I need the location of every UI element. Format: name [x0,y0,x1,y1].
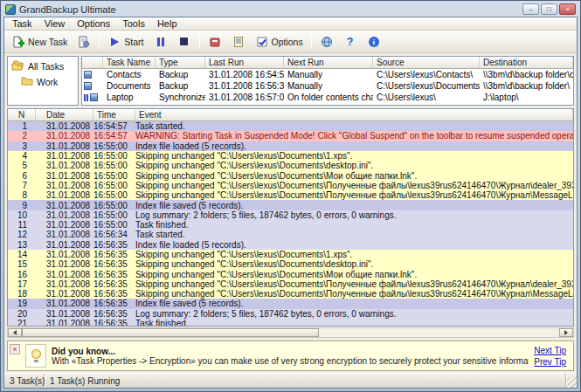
log-col-date[interactable]: Date [36,109,93,121]
log-cell-date: 31.01.2008 [36,240,93,250]
log-col-time[interactable]: Time [93,109,135,121]
task-col-destination[interactable]: Destination [480,57,573,69]
maximize-button[interactable]: □ [541,3,557,15]
pause-button[interactable] [149,32,172,52]
task-row[interactable]: ContactsBackup31.01.2008 16:54:58Manuall… [82,69,573,80]
log-row[interactable]: 331.01.200816:55:00Index file loaded (5 … [8,141,573,151]
log-row[interactable]: 1331.01.200816:56:35Index file loaded (5… [8,240,573,250]
log-row[interactable]: 631.01.200816:55:00Skipping unchanged "C… [8,170,573,180]
task-col-type[interactable]: Type [156,57,205,69]
sidebar-item-all-tasks[interactable]: All Tasks [8,58,78,74]
task-cell-next_run: On folder contents change [284,93,373,103]
app-icon[interactable] [5,4,16,15]
log-row[interactable]: 2031.01.200816:56:35Log summary: 2 folde… [8,309,573,319]
log-row[interactable]: 531.01.200816:55:00Skipping unchanged "C… [8,161,573,170]
log-cell-time: 16:55:00 [93,181,135,190]
task-col-last-run[interactable]: Last Run [205,57,284,69]
close-tip-button[interactable]: × [10,344,20,354]
task-col-name[interactable]: Task Name [103,57,156,69]
log-cell-date: 31.01.2008 [36,161,93,170]
reports-button[interactable] [204,32,226,52]
log-row[interactable]: 1231.01.200816:56:34Task started. [8,230,573,239]
minimize-button[interactable]: – [522,3,539,15]
view-log-button[interactable] [227,32,250,52]
close-button[interactable]: × [559,3,576,15]
horizontal-scrollbar[interactable] [7,327,574,338]
log-row[interactable]: 1731.01.200816:56:35Skipping unchanged "… [8,279,573,289]
top-panels: All Tasks Work Task Name Type Last Run N… [4,53,577,108]
log-cell-n: 19 [8,299,36,308]
log-row[interactable]: 2131.01.200816:56:35Task finished. [8,319,573,327]
task-col-next-run[interactable]: Next Run [284,57,373,69]
log-row[interactable]: 1031.01.200816:55:00Log summary: 2 folde… [8,210,573,220]
scrollbar-thumb[interactable] [22,328,319,337]
scroll-left-arrow[interactable] [8,328,22,337]
help-button[interactable]: ? [339,32,362,52]
log-cell-date: 31.01.2008 [36,131,93,141]
app-window: GrandBackup Ultimate – □ × Task View Opt… [0,0,581,392]
website-button[interactable] [315,32,338,52]
tip-bar: × Did you know... With «Task Properties … [7,340,574,371]
log-cell-time: 16:56:35 [93,299,135,308]
start-button[interactable]: Start [103,32,148,52]
task-cell-last_run: 31.01.2008 16:54:58 [205,70,284,80]
menu-bar: Task View Options Tools Help [4,17,577,31]
resize-grip[interactable] [566,377,577,388]
log-cell-n: 18 [8,289,36,299]
log-cell-event: Skipping unchanged "C:\Users\lexus\Docum… [135,161,573,170]
next-tip-link[interactable]: Next Tip [534,346,566,355]
task-col-source[interactable]: Source [373,57,480,69]
log-row[interactable]: 831.01.200816:55:00Skipping unchanged "C… [8,190,573,200]
new-task-button[interactable]: New Task [7,32,72,52]
log-cell-n: 21 [8,319,36,327]
window-buttons: – □ × [522,3,576,15]
log-row[interactable]: 1531.01.200816:56:35Skipping unchanged "… [8,259,573,269]
log-row[interactable]: 931.01.200816:55:00Index file saved (5 r… [8,200,573,210]
log-row[interactable]: 431.01.200816:55:00Skipping unchanged "C… [8,151,573,161]
log-cell-event: Task started. [135,230,573,239]
log-cell-time: 16:56:35 [93,259,135,269]
title-bar[interactable]: GrandBackup Ultimate – □ × [3,1,578,17]
task-row[interactable]: LaptopSynchronize31.01.2008 16:57:05On f… [82,92,573,103]
stop-button[interactable] [173,32,196,52]
log-col-event[interactable]: Event [135,109,573,121]
log-row[interactable]: 131.01.200816:54:57Task started. [8,121,573,131]
sidebar-item-work[interactable]: Work [8,74,78,89]
log-col-n[interactable]: N [8,109,36,121]
task-row[interactable]: DocumentsBackup31.01.2008 16:56:34Manual… [82,80,573,92]
log-cell-n: 16 [8,270,36,279]
menu-task[interactable]: Task [6,18,38,30]
task-properties-icon [77,35,91,48]
log-cell-date: 31.01.2008 [36,299,93,308]
scroll-right-arrow[interactable] [559,328,573,337]
log-cell-event: Skipping unchanged "C:\Users\lexus\Docum… [135,279,573,289]
prev-tip-link[interactable]: Prev Tip [534,357,566,367]
log-row[interactable]: 1931.01.200816:56:35Index file saved (5 … [8,299,573,308]
log-cell-date: 31.01.2008 [36,151,93,161]
menu-view[interactable]: View [38,18,72,30]
log-cell-date: 31.01.2008 [36,210,93,220]
task-cell-type: Backup [156,81,205,92]
log-row[interactable]: 1131.01.200816:55:00Task finished. [8,220,573,230]
log-cell-n: 15 [8,259,36,269]
log-cell-n: 3 [8,141,36,151]
log-row[interactable]: 1831.01.200816:56:35Skipping unchanged "… [8,289,573,299]
log-row[interactable]: 1631.01.200816:56:35Skipping unchanged "… [8,269,573,279]
log-cell-event: Skipping unchanged "C:\Users\lexus\Docum… [135,270,573,279]
menu-tools[interactable]: Tools [116,18,151,30]
log-cell-event: Task started. [135,121,573,131]
log-cell-date: 31.01.2008 [36,201,93,210]
task-properties-button[interactable] [73,32,95,52]
task-cell-name: Laptop [103,93,156,103]
sidebar-item-label: All Tasks [28,61,64,72]
log-cell-time: 16:55:00 [93,220,135,230]
menu-help[interactable]: Help [151,18,183,30]
log-cell-event: Index file saved (5 records). [135,201,573,210]
about-button[interactable]: i [363,32,385,52]
log-row[interactable]: 1431.01.200816:56:35Skipping unchanged "… [8,250,573,259]
log-row[interactable]: 231.01.200816:54:57WARNING: Starting Tas… [8,131,573,141]
tip-title: Did you know... [52,347,529,356]
log-row[interactable]: 731.01.200816:55:00Skipping unchanged "C… [8,181,573,190]
options-button[interactable]: Options [251,32,308,52]
menu-options[interactable]: Options [71,18,116,30]
